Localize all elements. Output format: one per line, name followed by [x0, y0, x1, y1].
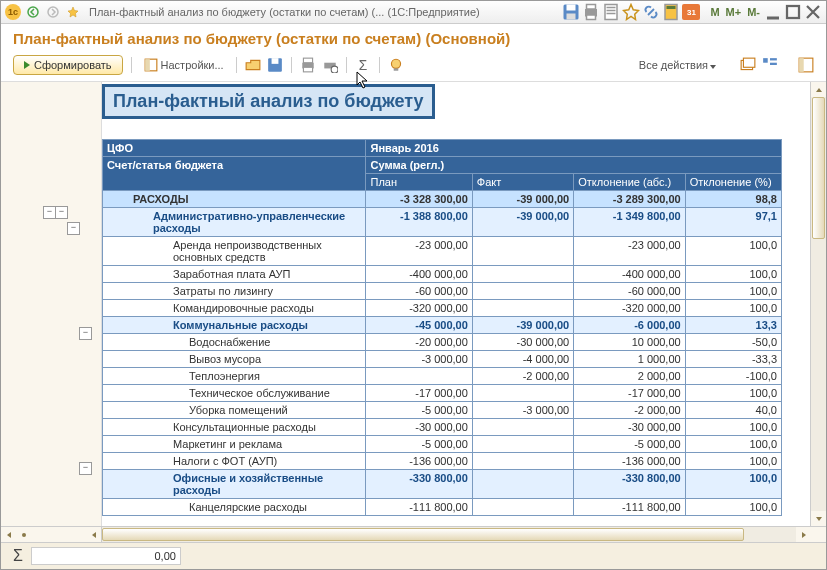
report-area: − − − − − План-фактный анализ по бюджету…: [1, 82, 826, 526]
calc-icon[interactable]: [662, 4, 680, 20]
cell-plan: -17 000,00: [366, 385, 472, 402]
variant-open-icon[interactable]: [245, 57, 261, 73]
table-row[interactable]: Коммунальные расходы-45 000,00-39 000,00…: [103, 317, 782, 334]
scroll-first-button[interactable]: [16, 527, 31, 542]
table-row[interactable]: Заработная плата АУП-400 000,00-400 000,…: [103, 266, 782, 283]
table-row[interactable]: Консультационные расходы-30 000,00-30 00…: [103, 419, 782, 436]
cell-name: Административно-управленческие расходы: [103, 208, 366, 237]
cell-pct: 13,3: [685, 317, 781, 334]
back-icon[interactable]: [25, 4, 41, 20]
close-button[interactable]: [804, 4, 822, 20]
cell-fact: [472, 283, 573, 300]
scroll-corner: [811, 527, 826, 542]
outline-toggle[interactable]: −: [67, 222, 80, 235]
table-row[interactable]: РАСХОДЫ-3 328 300,00-39 000,00-3 289 300…: [103, 191, 782, 208]
cell-pct: 100,0: [685, 385, 781, 402]
svg-rect-4: [567, 14, 576, 20]
cell-pct: 100,0: [685, 237, 781, 266]
cell-fact: [472, 470, 573, 499]
table-row[interactable]: Командировочные расходы-320 000,00-320 0…: [103, 300, 782, 317]
tree-icon[interactable]: [762, 57, 778, 73]
table-row[interactable]: Офисные и хозяйственные расходы-330 800,…: [103, 470, 782, 499]
page-title: План-фактный анализ по бюджету (остатки …: [13, 30, 814, 47]
doc-icon[interactable]: [602, 4, 620, 20]
cell-name: Офисные и хозяйственные расходы: [103, 470, 366, 499]
bulb-icon[interactable]: [388, 57, 404, 73]
variant-save-icon[interactable]: [267, 57, 283, 73]
cell-name: РАСХОДЫ: [103, 191, 366, 208]
cell-plan: -330 800,00: [366, 470, 472, 499]
cell-plan: -23 000,00: [366, 237, 472, 266]
favorite-icon[interactable]: [65, 4, 81, 20]
generate-label: Сформировать: [34, 59, 112, 71]
m-plus-button[interactable]: M+: [724, 6, 744, 18]
cell-abs: -3 289 300,00: [574, 191, 685, 208]
forward-icon[interactable]: [45, 4, 61, 20]
outline-gutter: − − − − −: [1, 82, 102, 526]
maximize-button[interactable]: [784, 4, 802, 20]
svg-rect-12: [787, 6, 799, 18]
scroll-thumb[interactable]: [812, 97, 825, 239]
cell-pct: 100,0: [685, 436, 781, 453]
separator: [291, 57, 292, 73]
print2-icon[interactable]: [300, 57, 316, 73]
horizontal-scrollbar[interactable]: [1, 526, 826, 542]
print-icon[interactable]: [582, 4, 600, 20]
cell-plan: -111 800,00: [366, 499, 472, 516]
save-icon[interactable]: [562, 4, 580, 20]
cell-plan: -20 000,00: [366, 334, 472, 351]
minimize-button[interactable]: [764, 4, 782, 20]
cell-pct: 100,0: [685, 499, 781, 516]
table-row[interactable]: Аренда непроизводственных основных средс…: [103, 237, 782, 266]
cell-name: Водоснабжение: [103, 334, 366, 351]
cell-abs: 10 000,00: [574, 334, 685, 351]
table-row[interactable]: Налоги с ФОТ (АУП)-136 000,00-136 000,00…: [103, 453, 782, 470]
table-row[interactable]: Маркетинг и реклама-5 000,00-5 000,00100…: [103, 436, 782, 453]
cell-plan: -3 000,00: [366, 351, 472, 368]
all-actions-button[interactable]: Все действия: [639, 59, 716, 71]
sum-field[interactable]: 0,00: [31, 547, 181, 565]
layout-icon[interactable]: [798, 57, 814, 73]
svg-rect-26: [743, 58, 754, 67]
vertical-scrollbar[interactable]: [810, 82, 826, 526]
hscroll-thumb[interactable]: [102, 528, 744, 541]
generate-button[interactable]: Сформировать: [13, 55, 123, 75]
report-body[interactable]: План-фактный анализ по бюджету ЦФО Январ…: [102, 82, 810, 526]
cell-plan: -136 000,00: [366, 453, 472, 470]
cell-fact: -4 000,00: [472, 351, 573, 368]
table-row[interactable]: Водоснабжение-20 000,00-30 000,0010 000,…: [103, 334, 782, 351]
m-minus-button[interactable]: M-: [745, 6, 762, 18]
all-actions-label: Все действия: [639, 59, 708, 71]
table-row[interactable]: Уборка помещений-5 000,00-3 000,00-2 000…: [103, 402, 782, 419]
scroll-down-button[interactable]: [811, 511, 826, 526]
cell-name: Консультационные расходы: [103, 419, 366, 436]
sum-icon[interactable]: Σ: [355, 57, 371, 73]
scroll-left2-button[interactable]: [86, 527, 101, 542]
table-row[interactable]: Техническое обслуживание-17 000,00-17 00…: [103, 385, 782, 402]
table-row[interactable]: Канцелярские расходы-111 800,00-111 800,…: [103, 499, 782, 516]
scroll-track[interactable]: [811, 97, 826, 511]
outline-toggle[interactable]: −: [79, 327, 92, 340]
new-window-icon[interactable]: [740, 57, 756, 73]
table-row[interactable]: Теплоэнергия-2 000,002 000,00-100,0: [103, 368, 782, 385]
calendar-icon[interactable]: 31: [682, 4, 700, 20]
scroll-up-button[interactable]: [811, 82, 826, 97]
report-table: ЦФО Январь 2016 Счет/статья бюджета Сумм…: [102, 139, 782, 516]
cell-abs: -2 000,00: [574, 402, 685, 419]
m-button[interactable]: M: [708, 6, 721, 18]
svg-point-21: [331, 66, 338, 73]
scroll-right-button[interactable]: [796, 527, 811, 542]
link-icon[interactable]: [642, 4, 660, 20]
settings-button[interactable]: Настройки...: [140, 56, 228, 74]
table-row[interactable]: Административно-управленческие расходы-1…: [103, 208, 782, 237]
outline-toggle[interactable]: −: [79, 462, 92, 475]
print-preview-icon[interactable]: [322, 57, 338, 73]
settings-label: Настройки...: [161, 59, 224, 71]
table-row[interactable]: Затраты по лизингу-60 000,00-60 000,0010…: [103, 283, 782, 300]
star2-icon[interactable]: [622, 4, 640, 20]
outline-toggle[interactable]: −: [55, 206, 68, 219]
cell-name: Налоги с ФОТ (АУП): [103, 453, 366, 470]
scroll-left-button[interactable]: [1, 527, 16, 542]
hscroll-track[interactable]: [102, 527, 796, 542]
table-row[interactable]: Вывоз мусора-3 000,00-4 000,001 000,00-3…: [103, 351, 782, 368]
